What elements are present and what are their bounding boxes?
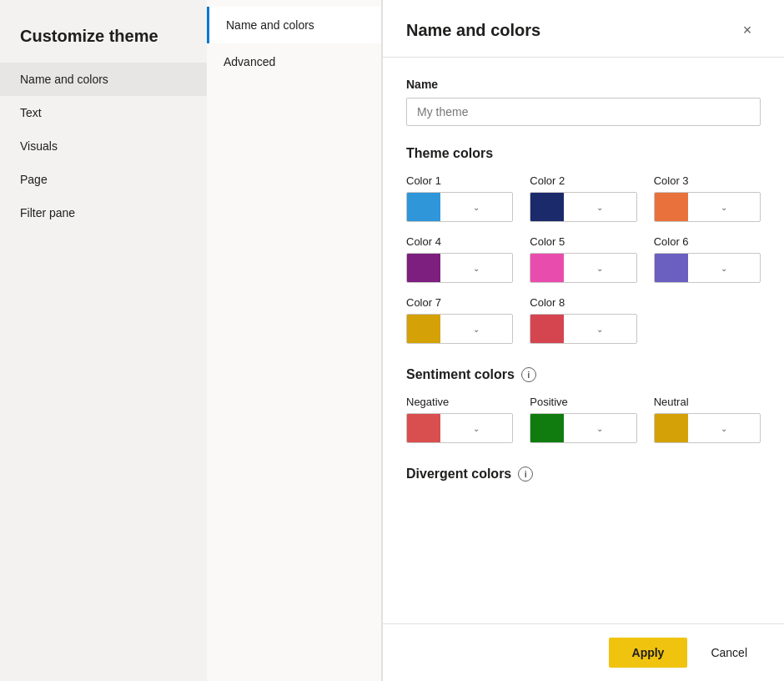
color-6-swatch xyxy=(655,254,688,282)
color-8-label: Color 8 xyxy=(530,296,636,309)
customize-theme-title: Customize theme xyxy=(0,20,207,63)
divergent-info-icon[interactable]: i xyxy=(518,467,533,482)
theme-colors-title: Theme colors xyxy=(406,146,761,161)
right-panel: Name and colors × Name Theme colors Colo… xyxy=(382,0,784,681)
color-1-label: Color 1 xyxy=(406,174,513,187)
color-3-dropdown[interactable]: ⌄ xyxy=(654,192,761,222)
color-2-dropdown[interactable]: ⌄ xyxy=(530,192,636,222)
sentiment-neutral-item: Neutral ⌄ xyxy=(654,396,761,443)
color-2-arrow: ⌄ xyxy=(564,203,636,212)
sidebar-item-page[interactable]: Page xyxy=(0,163,207,196)
middle-nav-name-and-colors[interactable]: Name and colors xyxy=(207,7,381,43)
color-4-arrow: ⌄ xyxy=(440,264,512,273)
positive-arrow: ⌄ xyxy=(564,424,636,433)
name-input[interactable] xyxy=(406,98,761,126)
color-3-label: Color 3 xyxy=(654,174,761,187)
negative-swatch xyxy=(407,414,440,442)
color-5-label: Color 5 xyxy=(530,235,636,248)
positive-dropdown[interactable]: ⌄ xyxy=(530,413,636,443)
color-6-label: Color 6 xyxy=(654,235,761,248)
right-panel-title: Name and colors xyxy=(406,21,540,40)
middle-panel: Name and colors Advanced xyxy=(207,0,382,681)
neutral-swatch xyxy=(655,414,688,442)
cancel-button[interactable]: Cancel xyxy=(697,638,761,668)
color-item-8: Color 8 ⌄ xyxy=(530,296,636,344)
sidebar-item-visuals[interactable]: Visuals xyxy=(0,129,207,163)
sentiment-colors-title: Sentiment colors xyxy=(406,367,515,382)
negative-label: Negative xyxy=(406,396,513,408)
sentiment-colors-header: Sentiment colors i xyxy=(406,367,761,382)
divergent-colors-title: Divergent colors xyxy=(406,467,511,482)
sentiment-info-icon[interactable]: i xyxy=(521,367,536,382)
color-5-arrow: ⌄ xyxy=(564,264,636,273)
middle-nav-advanced[interactable]: Advanced xyxy=(207,43,381,80)
color-item-4: Color 4 ⌄ xyxy=(406,235,513,283)
color-8-swatch xyxy=(530,315,564,343)
positive-label: Positive xyxy=(530,396,636,408)
sidebar-item-name-and-colors[interactable]: Name and colors xyxy=(0,63,207,96)
color-8-arrow: ⌄ xyxy=(564,325,636,334)
sentiment-positive-item: Positive ⌄ xyxy=(530,396,636,443)
color-4-swatch xyxy=(407,254,440,282)
color-3-arrow: ⌄ xyxy=(688,203,760,212)
color-item-1: Color 1 ⌄ xyxy=(406,174,513,222)
divergent-colors-header: Divergent colors i xyxy=(406,467,761,482)
color-5-dropdown[interactable]: ⌄ xyxy=(530,253,636,283)
color-7-dropdown[interactable]: ⌄ xyxy=(406,314,513,344)
color-6-dropdown[interactable]: ⌄ xyxy=(654,253,761,283)
color-7-label: Color 7 xyxy=(406,296,513,309)
color-4-dropdown[interactable]: ⌄ xyxy=(406,253,513,283)
color-item-6: Color 6 ⌄ xyxy=(654,235,761,283)
color-item-5: Color 5 ⌄ xyxy=(530,235,636,283)
color-2-label: Color 2 xyxy=(530,174,636,187)
color-item-3: Color 3 ⌄ xyxy=(654,174,761,222)
sidebar-item-text[interactable]: Text xyxy=(0,96,207,129)
neutral-label: Neutral xyxy=(654,396,761,408)
color-7-arrow: ⌄ xyxy=(440,325,512,334)
color-7-swatch xyxy=(407,315,440,343)
sentiment-negative-item: Negative ⌄ xyxy=(406,396,513,443)
right-panel-footer: Apply Cancel xyxy=(383,623,784,681)
color-8-dropdown[interactable]: ⌄ xyxy=(530,314,636,344)
color-item-7: Color 7 ⌄ xyxy=(406,296,513,344)
color-1-swatch xyxy=(407,193,440,221)
negative-arrow: ⌄ xyxy=(440,424,512,433)
color-item-2: Color 2 ⌄ xyxy=(530,174,636,222)
neutral-dropdown[interactable]: ⌄ xyxy=(654,413,761,443)
color-3-swatch xyxy=(655,193,688,221)
color-4-label: Color 4 xyxy=(406,235,513,248)
right-panel-header: Name and colors × xyxy=(383,0,784,58)
color-1-arrow: ⌄ xyxy=(440,203,512,212)
apply-button[interactable]: Apply xyxy=(609,638,688,668)
sidebar-item-filter-pane[interactable]: Filter pane xyxy=(0,196,207,230)
sentiment-colors-grid: Negative ⌄ Positive ⌄ Neutral xyxy=(406,396,761,443)
right-panel-content: Name Theme colors Color 1 ⌄ Color 2 xyxy=(383,58,784,623)
theme-colors-grid: Color 1 ⌄ Color 2 ⌄ Color 3 xyxy=(406,174,761,344)
color-6-arrow: ⌄ xyxy=(688,264,760,273)
color-2-swatch xyxy=(530,193,564,221)
color-1-dropdown[interactable]: ⌄ xyxy=(406,192,513,222)
positive-swatch xyxy=(530,414,564,442)
neutral-arrow: ⌄ xyxy=(688,424,760,433)
left-panel: Customize theme Name and colors Text Vis… xyxy=(0,0,207,681)
negative-dropdown[interactable]: ⌄ xyxy=(406,413,513,443)
close-button[interactable]: × xyxy=(734,17,761,43)
name-label: Name xyxy=(406,78,761,91)
color-5-swatch xyxy=(530,254,564,282)
